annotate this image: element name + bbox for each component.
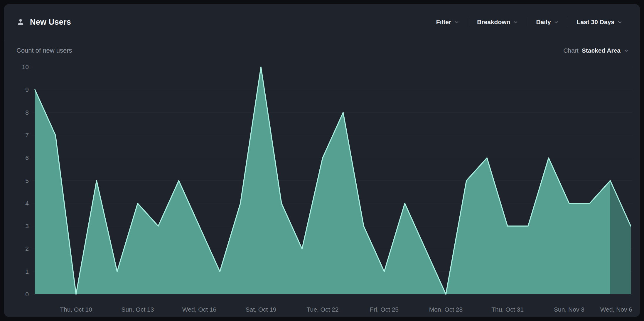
x-tick-label: Sat, Oct 19 [245, 306, 276, 313]
breakdown-dropdown[interactable]: Breakdown [468, 19, 527, 26]
panel-header-left: New Users [4, 18, 71, 27]
x-tick-label: Wed, Oct 16 [182, 306, 216, 313]
new-users-panel: New Users Filter Breakdown Daily [4, 4, 640, 317]
filter-dropdown-label: Filter [436, 19, 451, 26]
y-tick-label: 4 [25, 200, 29, 207]
y-tick-label: 2 [25, 245, 29, 252]
y-tick-label: 0 [25, 291, 29, 297]
y-tick-label: 6 [25, 154, 29, 161]
x-tick-label: Fri, Oct 25 [370, 306, 399, 313]
filter-dropdown[interactable]: Filter [427, 19, 468, 26]
x-tick-label: Thu, Oct 31 [491, 306, 524, 313]
granularity-dropdown[interactable]: Daily [527, 19, 567, 26]
y-axis-labels: 012345678910 [22, 63, 29, 297]
y-tick-label: 8 [25, 109, 29, 116]
area-fill-incomplete [610, 181, 631, 295]
y-tick-label: 7 [25, 132, 29, 138]
y-tick-label: 5 [25, 177, 29, 184]
header-controls: Filter Breakdown Daily Las [427, 17, 640, 27]
page-title: New Users [30, 18, 71, 27]
chevron-down-icon [554, 20, 559, 25]
y-tick-label: 9 [25, 86, 29, 93]
area-line [35, 67, 631, 294]
chart-type-select[interactable]: Chart Stacked Area [563, 47, 629, 54]
x-tick-label: Wed, Nov 6 [600, 306, 632, 313]
chevron-down-icon [624, 48, 629, 53]
breakdown-dropdown-label: Breakdown [477, 19, 510, 26]
chevron-down-icon [454, 20, 459, 25]
metric-label: Count of new users [16, 47, 72, 54]
x-tick-label: Sun, Oct 13 [122, 306, 154, 313]
area-fill [35, 67, 631, 294]
y-tick-label: 10 [22, 63, 29, 70]
x-tick-label: Mon, Oct 28 [429, 306, 463, 313]
chart-type-select-value: Stacked Area [582, 47, 621, 54]
date-range-dropdown-label: Last 30 Days [577, 19, 614, 26]
x-axis-labels: Thu, Oct 10Sun, Oct 13Wed, Oct 16Sat, Oc… [60, 306, 632, 313]
granularity-dropdown-label: Daily [536, 19, 551, 26]
chart-type-select-caption: Chart [563, 47, 578, 54]
user-icon [16, 18, 25, 26]
chevron-down-icon [513, 20, 518, 25]
x-tick-label: Sun, Nov 3 [554, 306, 584, 313]
chevron-down-icon [617, 20, 622, 25]
chart-subheader: Count of new users Chart Stacked Area [4, 47, 640, 54]
x-tick-label: Tue, Oct 22 [307, 306, 339, 313]
x-tick-label: Thu, Oct 10 [60, 306, 92, 313]
y-tick-label: 1 [25, 268, 29, 275]
date-range-dropdown[interactable]: Last 30 Days [568, 19, 631, 26]
y-tick-label: 3 [25, 223, 29, 229]
gridlines [32, 67, 632, 294]
panel-header: New Users Filter Breakdown Daily [4, 4, 640, 40]
